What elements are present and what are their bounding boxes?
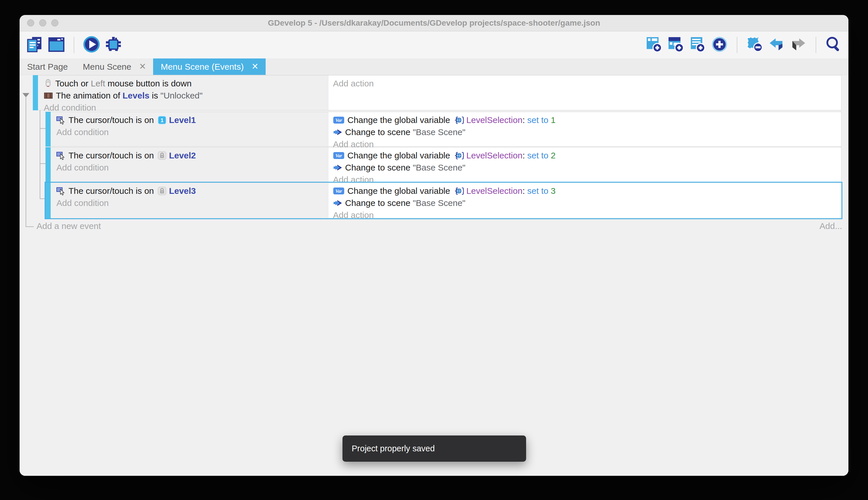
- action-row[interactable]: Change to scene "Base Scene": [333, 197, 841, 209]
- delete-event-button[interactable]: [746, 36, 763, 54]
- add-condition-link[interactable]: Add condition: [56, 197, 328, 209]
- event-block[interactable]: Touch or Left mouse button is downThe an…: [33, 75, 842, 110]
- add-subevent-button[interactable]: [667, 36, 684, 54]
- instruction-text: LevelSelection: [466, 151, 523, 160]
- close-tab-icon[interactable]: ×: [252, 61, 258, 72]
- sub-event-block[interactable]: The cursor/touch is on 1Level1Add condit…: [46, 112, 842, 147]
- conditions-column: The cursor/touch is on Level3Add conditi…: [51, 183, 328, 218]
- editor-tab-bar: Start PageMenu Scene×Menu Scene (Events)…: [20, 58, 848, 75]
- instruction-text: :: [523, 186, 527, 196]
- svg-text:Var: Var: [335, 189, 342, 194]
- toast-message: Project properly saved: [352, 444, 435, 453]
- svg-text:}: }: [461, 186, 464, 195]
- add-condition-link[interactable]: Add condition: [56, 162, 328, 174]
- instruction-text: :: [523, 115, 527, 125]
- instruction-text: Change to scene: [345, 127, 413, 137]
- instruction-text: "Base Scene": [413, 127, 465, 137]
- play-button[interactable]: [83, 36, 100, 54]
- condition-row[interactable]: The cursor/touch is on Level3: [56, 185, 328, 197]
- condition-row[interactable]: The cursor/touch is on 1Level1: [56, 114, 328, 126]
- instruction-text: is: [149, 91, 160, 101]
- instruction-text: mouse button is down: [105, 79, 191, 88]
- project-manager-button[interactable]: [26, 36, 43, 54]
- add-more-circle-button[interactable]: [711, 36, 728, 54]
- subevent-tree-tick: [40, 198, 46, 199]
- scene-change-icon: [333, 164, 342, 171]
- add-action-link[interactable]: Add action: [333, 78, 841, 90]
- add-event-icon: [646, 36, 662, 54]
- window-title: GDevelop 5 - /Users/dkarakay/Documents/G…: [20, 19, 848, 28]
- instruction-text: set to: [527, 186, 551, 196]
- save-toast: Project properly saved: [342, 435, 526, 462]
- action-row[interactable]: Change to scene "Base Scene": [333, 126, 841, 138]
- event-tree-line: [26, 226, 34, 227]
- toolbar-right-group: [645, 36, 842, 54]
- search-button[interactable]: [825, 36, 842, 54]
- instruction-text: "Base Scene": [413, 163, 465, 172]
- level1-object-icon: 1: [157, 115, 167, 125]
- condition-row[interactable]: Touch or Left mouse button is down: [44, 78, 328, 90]
- svg-text:1: 1: [161, 117, 163, 123]
- minimize-button[interactable]: [39, 19, 46, 26]
- action-row[interactable]: VarChange the global variable {}LevelSel…: [333, 149, 841, 162]
- add-comment-button[interactable]: [689, 36, 706, 54]
- event-content: Touch or Left mouse button is downThe an…: [38, 75, 842, 110]
- action-row[interactable]: Change to scene "Base Scene": [333, 162, 841, 174]
- cursor-icon: [56, 186, 66, 195]
- add-condition-link[interactable]: Add condition: [56, 126, 328, 138]
- action-row[interactable]: VarChange the global variable {}LevelSel…: [333, 185, 841, 197]
- toolbar-divider: [74, 37, 74, 53]
- conditions-column: Touch or Left mouse button is downThe an…: [38, 76, 328, 110]
- cursor-icon: [56, 115, 66, 125]
- subevent-tree-tick: [40, 128, 46, 129]
- gdevelop-window: GDevelop 5 - /Users/dkarakay/Documents/G…: [20, 15, 848, 476]
- add-new-event-link[interactable]: Add a new event: [37, 221, 101, 231]
- event-drag-bar[interactable]: [46, 112, 51, 147]
- svg-text:}: }: [461, 151, 464, 160]
- undo-button[interactable]: [768, 36, 785, 54]
- actions-column: Add action: [328, 76, 841, 110]
- tab-menu-scene-events[interactable]: Menu Scene (Events)×: [153, 58, 266, 75]
- sub-event-block[interactable]: The cursor/touch is on Level3Add conditi…: [46, 183, 842, 218]
- title-bar: GDevelop 5 - /Users/dkarakay/Documents/G…: [20, 15, 848, 31]
- instruction-text: 1: [551, 115, 556, 125]
- level2-object-icon: [157, 151, 167, 160]
- close-button[interactable]: [27, 19, 34, 26]
- tab-start-page[interactable]: Start Page: [20, 58, 75, 75]
- svg-text:}: }: [461, 115, 464, 124]
- instruction-text: Change to scene: [345, 163, 413, 172]
- tab-label: Start Page: [27, 62, 68, 72]
- add-more-link[interactable]: Add...: [820, 221, 842, 231]
- action-row[interactable]: VarChange the global variable {}LevelSel…: [333, 114, 841, 126]
- event-drag-bar[interactable]: [46, 147, 51, 182]
- tab-menu-scene[interactable]: Menu Scene×: [75, 58, 153, 75]
- scene-window-button[interactable]: [48, 36, 65, 54]
- event-drag-bar[interactable]: [46, 183, 51, 218]
- global-variable-icon: {}: [454, 186, 464, 195]
- instruction-text: The animation of: [56, 91, 122, 101]
- instruction-text: Level2: [169, 151, 196, 160]
- debug-button[interactable]: [105, 36, 122, 54]
- close-tab-icon[interactable]: ×: [139, 61, 145, 72]
- add-event-button[interactable]: [645, 36, 662, 54]
- scene-change-icon: [333, 199, 342, 207]
- add-action-link[interactable]: Add action: [333, 209, 841, 221]
- animation-icon: [44, 91, 53, 100]
- event-drag-bar[interactable]: [33, 75, 38, 110]
- conditions-column: The cursor/touch is on Level2Add conditi…: [51, 147, 328, 182]
- redo-button[interactable]: [790, 36, 807, 54]
- redo-icon: [790, 36, 806, 54]
- mouse-icon: [44, 79, 52, 88]
- instruction-text: Level3: [169, 186, 196, 196]
- zoom-button[interactable]: [51, 19, 58, 26]
- global-variable-icon: {}: [454, 151, 464, 160]
- subevent-tree-tick: [40, 163, 46, 164]
- sub-event-block[interactable]: The cursor/touch is on Level2Add conditi…: [46, 147, 842, 182]
- condition-row[interactable]: The animation of Levels is "Unlocked": [44, 90, 328, 102]
- svg-text:Var: Var: [335, 118, 342, 123]
- events-sheet: Touch or Left mouse button is downThe an…: [20, 75, 848, 476]
- instruction-text: 2: [551, 151, 556, 160]
- cursor-icon: [56, 151, 66, 160]
- variable-icon: Var: [333, 116, 344, 124]
- condition-row[interactable]: The cursor/touch is on Level2: [56, 149, 328, 162]
